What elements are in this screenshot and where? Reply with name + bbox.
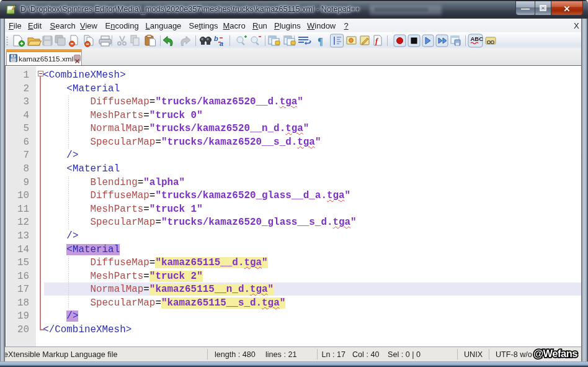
svg-text:ABC: ABC — [471, 35, 484, 42]
svg-text:¶: ¶ — [318, 35, 323, 47]
svg-text:a: a — [220, 40, 223, 47]
svg-text:@Wefans: @Wefans — [533, 348, 577, 359]
svg-text:b: b — [214, 35, 218, 42]
